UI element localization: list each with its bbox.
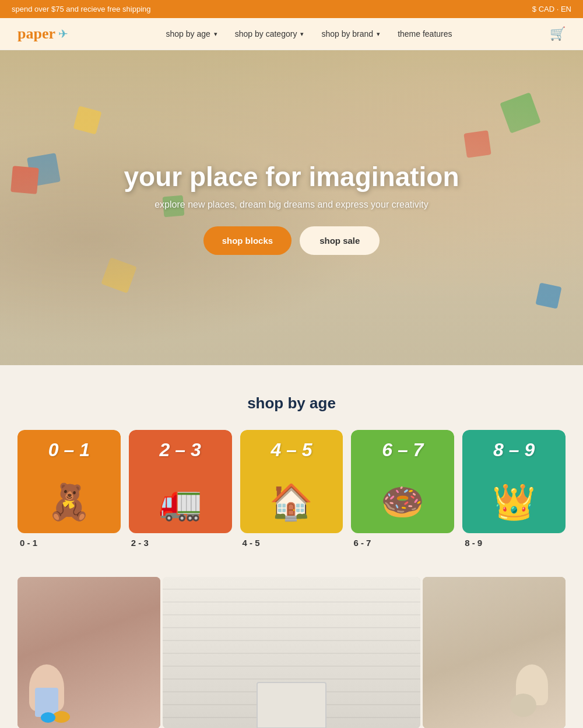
logo[interactable]: paper ✈	[17, 25, 68, 43]
nav-shop-by-age[interactable]: shop by age ▾	[166, 29, 217, 38]
hero-buttons: shop blocks shop sale	[124, 226, 459, 255]
photo-right[interactable]	[423, 577, 566, 728]
photo-left-image	[17, 577, 160, 728]
age-card-0-1[interactable]: 0 – 1 🧸 0 - 1	[17, 430, 121, 548]
age-card-8-9[interactable]: 8 – 9 👑 8 - 9	[462, 430, 566, 548]
chevron-down-icon: ▾	[300, 30, 304, 38]
hero-title: your place for imagination	[124, 161, 459, 192]
photo-left[interactable]	[17, 577, 160, 728]
age-grid: 0 – 1 🧸 0 - 1 2 – 3 🚛 2 - 3 4 – 5 🏠 4 -	[17, 430, 566, 548]
shop-by-age-section: shop by age 0 – 1 🧸 0 - 1 2 – 3 🚛 2 - 3	[0, 365, 583, 565]
top-banner: spend over $75 and recieve free shipping…	[0, 0, 583, 18]
age-emoji: 🚛	[159, 481, 202, 523]
chevron-down-icon: ▾	[214, 30, 217, 38]
cart-icon[interactable]: 🛒	[550, 26, 566, 41]
nav-shop-by-brand[interactable]: shop by brand ▾	[321, 29, 380, 38]
banner-right-text[interactable]: $ CAD · EN	[532, 5, 571, 13]
logo-text: paper	[17, 25, 55, 43]
hero-subtitle: explore new places, dream big dreams and…	[124, 200, 459, 210]
age-card-6-7[interactable]: 6 – 7 🍩 6 - 7	[351, 430, 454, 548]
age-emoji: 🍩	[381, 481, 424, 523]
age-range-label: 2 – 3	[160, 439, 201, 461]
nav-theme-features[interactable]: theme features	[398, 29, 452, 38]
photo-center-image	[163, 577, 420, 728]
age-card-text: 8 - 9	[462, 538, 566, 548]
age-card-text: 2 - 3	[129, 538, 232, 548]
main-nav: shop by age ▾ shop by category ▾ shop by…	[166, 29, 452, 38]
shop-sale-button[interactable]: shop sale	[300, 226, 380, 255]
age-card-4-5[interactable]: 4 – 5 🏠 4 - 5	[240, 430, 343, 548]
shop-blocks-button[interactable]: shop blocks	[203, 226, 292, 255]
age-card-text: 4 - 5	[240, 538, 343, 548]
age-card-text: 0 - 1	[17, 538, 121, 548]
photo-center[interactable]	[163, 577, 420, 728]
hero-content: your place for imagination explore new p…	[112, 149, 470, 267]
age-card-2-3[interactable]: 2 – 3 🚛 2 - 3	[129, 430, 232, 548]
photo-right-image	[423, 577, 566, 728]
photo-section	[0, 565, 583, 728]
age-emoji: 🏠	[269, 481, 313, 523]
shop-by-age-title: shop by age	[17, 394, 566, 412]
age-range-label: 0 – 1	[48, 439, 90, 461]
age-emoji: 🧸	[47, 481, 91, 523]
age-card-text: 6 - 7	[351, 538, 454, 548]
header: paper ✈ shop by age ▾ shop by category ▾…	[0, 18, 583, 50]
age-range-label: 8 – 9	[493, 439, 535, 461]
age-emoji: 👑	[492, 481, 536, 523]
logo-icon: ✈	[58, 27, 68, 41]
banner-left-text: spend over $75 and recieve free shipping	[12, 5, 151, 13]
age-range-label: 6 – 7	[382, 439, 423, 461]
age-range-label: 4 – 5	[271, 439, 312, 461]
nav-shop-by-category[interactable]: shop by category ▾	[235, 29, 304, 38]
chevron-down-icon: ▾	[377, 30, 380, 38]
hero-section: your place for imagination explore new p…	[0, 50, 583, 365]
